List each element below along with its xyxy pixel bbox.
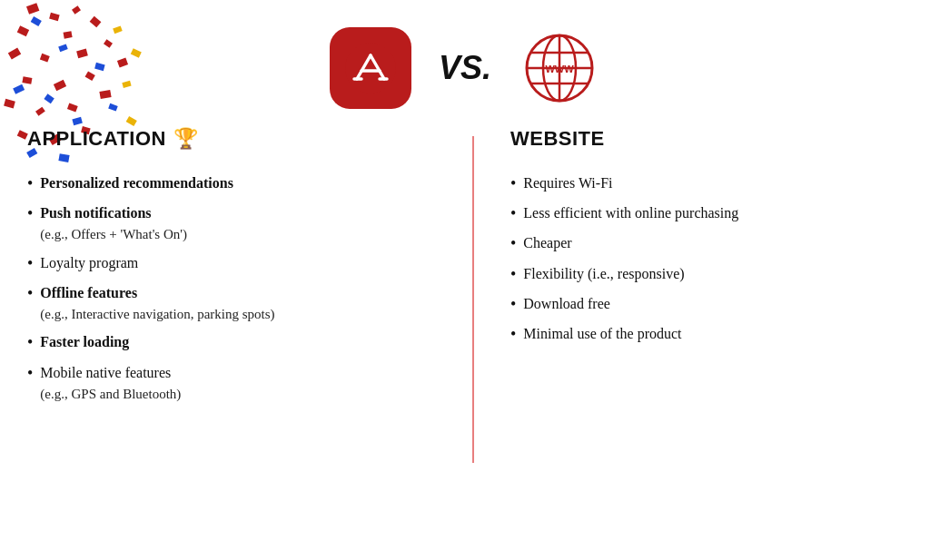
item-text: Faster loading	[40, 331, 129, 353]
item-text: Push notifications	[40, 202, 187, 224]
application-title-text: Application	[27, 127, 166, 151]
item-subtext: (e.g., Interactive navigation, parking s…	[40, 304, 274, 325]
application-list: Personalized recommendations Push notifi…	[27, 169, 454, 408]
list-item: Download free	[510, 290, 903, 319]
list-item: Cheaper	[510, 229, 903, 259]
vs-label: VS.	[439, 49, 491, 87]
list-item-content: Offline features (e.g., Interactive navi…	[40, 282, 274, 325]
list-item-content: Mobile native features (e.g., GPS and Bl…	[40, 362, 181, 405]
header-section: VS. WWW	[0, 0, 930, 127]
item-subtext: (e.g., Offers + 'What's On')	[40, 224, 187, 245]
list-item: Loyalty program	[27, 249, 454, 279]
application-column: Application 🏆 Personalized recommendatio…	[27, 127, 472, 463]
list-item: Less efficient with online purchasing	[510, 199, 903, 229]
item-text: Loyalty program	[40, 252, 138, 274]
item-text: Cheaper	[523, 232, 571, 254]
list-item: Requires Wi-Fi	[510, 169, 903, 199]
item-text: Offline features	[40, 282, 274, 304]
list-item-content: Faster loading	[40, 331, 129, 353]
item-text: Flexibility (i.e., responsive)	[523, 263, 684, 285]
website-title: Website	[510, 127, 903, 151]
list-item: Faster loading	[27, 328, 454, 358]
item-subtext: (e.g., GPS and Bluetooth)	[40, 384, 181, 405]
list-item: Mobile native features (e.g., GPS and Bl…	[27, 359, 454, 408]
list-item: Personalized recommendations	[27, 169, 454, 199]
app-store-icon	[330, 27, 411, 109]
item-text: Mobile native features	[40, 362, 181, 384]
item-text: Personalized recommendations	[40, 172, 233, 194]
item-text: Minimal use of the product	[523, 323, 681, 345]
website-column: Website Requires Wi-Fi Less efficient wi…	[474, 127, 903, 463]
list-item-content: Push notifications (e.g., Offers + 'What…	[40, 202, 187, 245]
trophy-icon: 🏆	[173, 127, 199, 151]
application-title: Application 🏆	[27, 127, 454, 151]
website-title-text: Website	[510, 127, 605, 151]
item-text: Requires Wi-Fi	[523, 172, 612, 194]
main-content: Application 🏆 Personalized recommendatio…	[0, 127, 930, 463]
website-list: Requires Wi-Fi Less efficient with onlin…	[510, 169, 903, 349]
svg-text:WWW: WWW	[545, 64, 574, 74]
list-item: Minimal use of the product	[510, 319, 903, 349]
list-item-content: Loyalty program	[40, 252, 138, 274]
list-item: Push notifications (e.g., Offers + 'What…	[27, 199, 454, 249]
list-item: Flexibility (i.e., responsive)	[510, 260, 903, 290]
item-text: Download free	[523, 293, 610, 315]
list-item: Offline features (e.g., Interactive navi…	[27, 279, 454, 329]
list-item-content: Personalized recommendations	[40, 172, 233, 194]
item-text: Less efficient with online purchasing	[523, 202, 738, 224]
website-globe-icon: WWW	[519, 27, 600, 109]
svg-point-34	[345, 43, 396, 93]
